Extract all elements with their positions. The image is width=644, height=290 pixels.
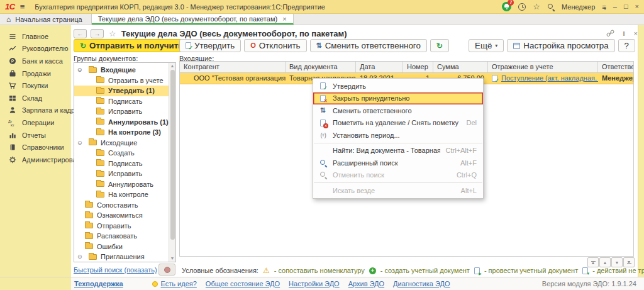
more-info-icon[interactable]: i	[623, 30, 625, 37]
menu-item-cancel-search[interactable]: Отменить поиск Ctrl+Q	[313, 169, 483, 182]
folder-icon	[96, 192, 104, 198]
go-up-button[interactable]: ▲	[599, 257, 611, 267]
tree-item-match[interactable]: Сопоставить	[74, 200, 169, 211]
tree-item-invitations[interactable]: ⊖Приглашения	[74, 252, 169, 262]
tree-item-review[interactable]: Ознакомиться	[74, 210, 169, 221]
more-actions-button[interactable]: Ещё ▾	[469, 39, 504, 52]
column-header-reflection[interactable]: Отражение в учете	[488, 62, 598, 72]
sidebar-item-sales[interactable]: Продажи	[0, 67, 71, 80]
collapse-icon[interactable]: ⊖	[77, 254, 85, 260]
go-first-button[interactable]: ▲	[587, 257, 599, 267]
menu-item-advanced-search[interactable]: Расширенный поиск Alt+F	[313, 157, 483, 169]
tree-item-unpack[interactable]: Распаковать	[74, 231, 169, 242]
close-window-button[interactable]: ×	[635, 3, 639, 10]
sidebar-item-bank[interactable]: Банк и касса	[0, 55, 71, 67]
tree-item-send[interactable]: Отправить	[74, 221, 169, 231]
tree-item-annul[interactable]: Аннулировать (1)	[74, 117, 169, 128]
service-menu-icon[interactable]: ≡	[602, 3, 606, 11]
menu-item-find[interactable]: Найти: Вид документа - Товарная накладна…	[313, 145, 483, 157]
menu-item-set-period[interactable]: (+) Установить период...	[313, 129, 483, 142]
sidebar-item-operations[interactable]: ДтКт Операции	[0, 116, 71, 129]
tree-item-outgoing[interactable]: ⊖Исходящие	[74, 138, 169, 148]
tree-item-control[interactable]: На контроле (3)	[74, 127, 169, 138]
folder-icon	[96, 171, 104, 177]
record-button[interactable]	[158, 264, 175, 276]
menu-item-approve[interactable]: Утвердить	[313, 80, 483, 92]
scrollbar-thumb[interactable]	[170, 70, 175, 240]
tree-item-errors[interactable]: Ошибки	[74, 242, 169, 252]
idea-link[interactable]: Есть идея?	[161, 280, 197, 287]
main-menu-icon[interactable]: ≡	[20, 3, 25, 11]
scroll-down-icon[interactable]: ▼	[169, 255, 175, 262]
approve-button[interactable]: Утвердить	[179, 39, 241, 52]
quick-search-link[interactable]: Быстрый поиск (показать)	[74, 266, 157, 274]
sidebar-item-manager[interactable]: Руководителю	[0, 43, 71, 55]
favorite-star-icon[interactable]: ☆	[109, 29, 116, 38]
maximize-button[interactable]: □	[624, 3, 628, 10]
menu-item-change-responsible[interactable]: ⇅ Сменить ответственного	[313, 104, 483, 117]
tree-item-fix[interactable]: Исправить	[74, 106, 169, 117]
sidebar-item-administration[interactable]: Администрирование	[0, 153, 71, 166]
tree-item-annul-out[interactable]: Аннулировать	[74, 179, 169, 190]
go-down-button[interactable]: ▼	[611, 257, 623, 267]
close-form-icon[interactable]: ×	[634, 30, 638, 37]
send-receive-button[interactable]: ↻ Отправить и получить	[74, 39, 189, 52]
collapse-icon[interactable]: ⊖	[77, 67, 85, 73]
forward-button[interactable]: →	[91, 29, 104, 38]
search-icon[interactable]	[547, 3, 555, 11]
scroll-up-icon[interactable]: ▲	[169, 63, 175, 69]
back-button[interactable]: ←	[74, 29, 87, 38]
tree-scrollbar[interactable]: ▲ ▼	[169, 63, 175, 262]
change-responsible-button[interactable]: ⇅ Сменить ответственного	[310, 39, 427, 52]
warning-icon: ⚠	[263, 267, 270, 274]
column-header-responsible[interactable]: Ответственный	[598, 62, 633, 72]
folder-icon	[96, 181, 104, 187]
edo-diagnostics-link[interactable]: Диагностика ЭДО	[393, 280, 450, 287]
column-header-number[interactable]: Номер	[403, 62, 433, 72]
column-header-date[interactable]: Дата	[356, 62, 403, 72]
menu-item-force-close[interactable]: Закрыть принудительно	[313, 92, 483, 105]
sidebar-item-purchases[interactable]: Покупки	[0, 79, 71, 92]
sidebar-item-warehouse[interactable]: Склад	[0, 92, 71, 104]
tab-edo-current[interactable]: Текущие дела ЭДО (весь документооборот, …	[92, 14, 294, 25]
sidebar-item-hr[interactable]: Зарплата и кадры	[0, 104, 71, 117]
tree-item-fix-out[interactable]: Исправить	[74, 169, 169, 179]
go-last-button[interactable]: ▼	[623, 257, 635, 267]
history-icon[interactable]	[518, 3, 526, 11]
tree-item-reflect[interactable]: Отразить в учете	[74, 75, 169, 86]
refresh-list-button[interactable]: ↻	[430, 39, 449, 52]
column-header-doctype[interactable]: Вид документа	[286, 62, 356, 72]
legend: Условные обозначения: ⚠ - сопоставить но…	[182, 267, 644, 274]
edo-state-link[interactable]: Общее состояние ЭДО	[206, 280, 280, 287]
sidebar-item-reports[interactable]: Отчеты	[0, 129, 71, 142]
minimize-button[interactable]: –	[613, 3, 617, 10]
tab-home[interactable]: ⌂ Начальная страница	[0, 14, 92, 25]
notifications-bell-icon[interactable]: 7	[502, 2, 511, 11]
folder-icon	[89, 140, 97, 145]
help-button[interactable]: ?	[618, 39, 635, 52]
tree-item-control-out[interactable]: На контроле	[74, 189, 169, 200]
reflection-link[interactable]: Поступление (акт, накладная, УПД) 0000..…	[501, 73, 598, 84]
tree-item-sign[interactable]: Подписать	[74, 96, 169, 107]
sidebar-item-main[interactable]: Главное	[0, 30, 71, 43]
favorites-star-icon[interactable]: ☆	[533, 3, 540, 11]
window-title: Бухгалтерия предприятия КОРП, редакция 3…	[35, 3, 325, 11]
column-header-counterparty[interactable]: Контрагент	[180, 62, 286, 72]
current-user[interactable]: Менеджер	[562, 3, 595, 11]
tree-item-approve[interactable]: Утвердить (1)	[74, 86, 169, 96]
tree-item-create[interactable]: Создать	[74, 148, 169, 159]
tree-item-sign-out[interactable]: Подписать	[74, 159, 169, 169]
get-link-icon[interactable]	[606, 30, 614, 37]
menu-item-search-everywhere[interactable]: Искать везде Alt+L	[313, 184, 483, 197]
tab-close-icon[interactable]: ×	[282, 15, 286, 23]
edo-settings-link[interactable]: Настройки ЭДО	[289, 280, 340, 287]
view-settings-button[interactable]: Настройка просмотра	[507, 39, 614, 52]
menu-item-mark-deletion[interactable]: Пометить на удаление / Снять пометку Del	[313, 117, 483, 130]
collapse-icon[interactable]: ⊖	[77, 140, 85, 146]
sidebar-item-references[interactable]: Справочники	[0, 141, 71, 153]
column-header-amount[interactable]: Сумма	[433, 62, 488, 72]
support-link[interactable]: Техподдержка	[74, 280, 123, 287]
decline-button[interactable]: O Отклонить	[244, 39, 306, 52]
tree-item-incoming[interactable]: ⊖Входящие	[74, 65, 169, 75]
edo-archive-link[interactable]: Архив ЭДО	[348, 280, 384, 287]
